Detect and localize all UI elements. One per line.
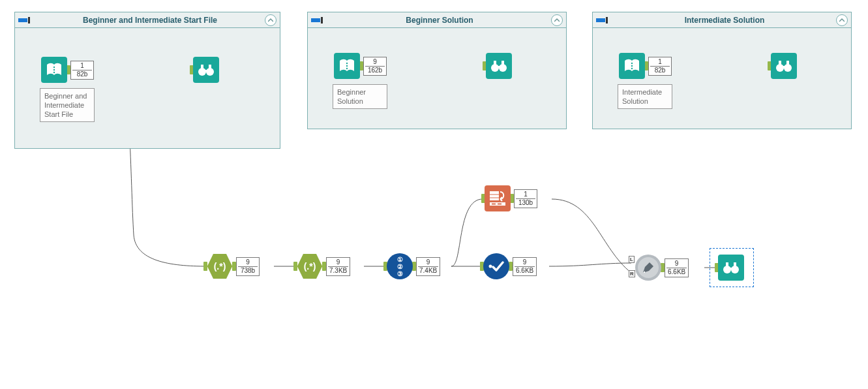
container-bar-icon [596, 16, 610, 24]
svg-rect-35 [779, 61, 781, 65]
regex-icon: (.*) [207, 253, 233, 280]
svg-rect-9 [28, 17, 30, 23]
container-intermediate-solution[interactable]: Intermediate Solution 1 82b Intermediate… [592, 12, 852, 129]
svg-rect-48 [734, 262, 736, 266]
row-count-box: 9 738b [236, 257, 260, 276]
gear-icon [635, 255, 661, 281]
svg-rect-15 [201, 65, 203, 69]
chevron-up-icon [839, 18, 845, 23]
row-count-box: 9 162b [363, 57, 387, 76]
svg-point-12 [53, 72, 55, 73]
row-count-box: 9 6.6KB [513, 257, 537, 276]
row-count-box: 1 82b [70, 61, 94, 80]
svg-rect-37 [783, 66, 785, 68]
record-id-tool[interactable]: ①②③ 9 7.4KB [383, 253, 440, 279]
container-header[interactable]: Intermediate Solution [593, 12, 851, 28]
tool-annotation[interactable]: IntermediateSolution [618, 84, 672, 109]
join-port-r-label: R [629, 270, 635, 277]
container-beginner-intermediate-start[interactable]: Beginner and Intermediate Start File 1 8… [14, 12, 280, 149]
svg-rect-43 [498, 204, 501, 205]
regex-tool-1[interactable]: (.*) 9 738b [203, 253, 260, 279]
browse-tool[interactable] [190, 57, 219, 83]
tool-annotation[interactable]: BeginnerSolution [333, 84, 387, 109]
regex-tool-2[interactable]: (.*) 9 7.3KB [293, 253, 350, 279]
binoculars-icon [771, 53, 797, 79]
browse-tool[interactable] [483, 53, 512, 79]
svg-point-11 [53, 69, 55, 70]
join-tool[interactable]: L R 9 6.6KB [631, 255, 689, 281]
row-count-box: 9 7.4KB [416, 257, 440, 276]
book-icon [334, 53, 360, 79]
select-tool[interactable]: 9 6.6KB [480, 253, 537, 279]
svg-point-44 [489, 265, 492, 268]
container-beginner-solution[interactable]: Beginner Solution 9 162b BeginnerSolutio… [307, 12, 567, 129]
collapse-button[interactable] [265, 14, 277, 26]
chevron-up-icon [554, 18, 560, 23]
container-title: Beginner Solution [328, 16, 551, 25]
tool-annotation[interactable]: Beginner andIntermediateStart File [40, 88, 95, 122]
container-bar-icon [311, 16, 325, 24]
container-title: Intermediate Solution [613, 16, 836, 25]
svg-rect-25 [494, 61, 496, 65]
text-input-tool[interactable]: 9 162b [334, 53, 387, 79]
container-bar-icon [18, 16, 33, 24]
svg-rect-29 [606, 17, 608, 23]
svg-rect-38 [490, 191, 499, 200]
svg-point-30 [631, 63, 633, 64]
svg-rect-49 [730, 268, 732, 270]
svg-point-20 [346, 63, 348, 64]
svg-rect-19 [321, 17, 323, 23]
svg-rect-28 [596, 18, 605, 22]
join-port-l-label: L [629, 256, 635, 263]
container-title: Beginner and Intermediate Start File [35, 16, 265, 25]
binoculars-icon [193, 57, 219, 83]
svg-rect-16 [209, 65, 211, 69]
row-count-box: 9 6.6KB [665, 258, 689, 277]
svg-point-21 [346, 65, 348, 67]
binoculars-icon [486, 53, 512, 79]
row-count-box: 1 130b [514, 189, 537, 208]
row-count-box: 1 82b [648, 57, 672, 76]
collapse-button[interactable] [551, 14, 563, 26]
chevron-up-icon [268, 18, 273, 23]
svg-rect-17 [205, 70, 207, 72]
browse-tool-final[interactable] [715, 255, 744, 281]
row-count-box: 9 7.3KB [326, 257, 350, 276]
svg-point-31 [631, 65, 633, 67]
pencil-icon [641, 260, 655, 275]
svg-point-10 [53, 67, 55, 68]
multirow-icon [485, 185, 511, 211]
regex-icon: (.*) [297, 253, 323, 280]
svg-rect-47 [726, 262, 728, 266]
collapse-button[interactable] [836, 14, 848, 26]
text-input-tool[interactable]: 1 82b [619, 53, 672, 79]
container-header[interactable]: Beginner Solution [308, 12, 566, 28]
select-check-icon [483, 253, 509, 279]
svg-rect-8 [18, 18, 27, 22]
svg-rect-26 [501, 61, 504, 65]
text-input-tool[interactable]: 1 82b [41, 57, 94, 83]
book-icon [41, 57, 67, 83]
svg-point-22 [346, 68, 348, 69]
browse-tool[interactable] [768, 53, 797, 79]
book-icon [619, 53, 645, 79]
svg-point-32 [631, 68, 633, 69]
svg-rect-36 [786, 61, 789, 65]
svg-rect-42 [492, 204, 496, 205]
container-header[interactable]: Beginner and Intermediate Start File [15, 12, 280, 28]
binoculars-icon [718, 255, 744, 281]
numbered-circle-icon: ①②③ [387, 253, 413, 279]
multi-row-formula-tool[interactable]: 1 130b [481, 185, 537, 211]
svg-rect-18 [311, 18, 320, 22]
svg-rect-27 [498, 66, 500, 68]
workflow-canvas[interactable]: Beginner and Intermediate Start File 1 8… [0, 0, 868, 389]
